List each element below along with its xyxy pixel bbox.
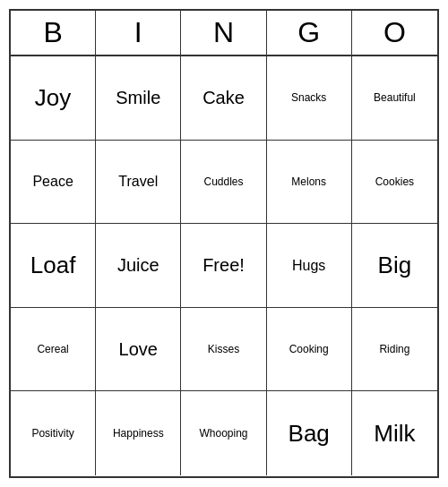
bingo-cell: Juice xyxy=(96,224,181,308)
header-cell-B: B xyxy=(11,11,96,55)
bingo-cell: Cooking xyxy=(267,308,352,392)
bingo-cell: Love xyxy=(96,308,181,392)
bingo-cell: Happiness xyxy=(96,391,181,475)
cell-text: Peace xyxy=(32,173,73,190)
cell-text: Travel xyxy=(118,173,158,190)
header-cell-N: N xyxy=(181,11,266,55)
cell-text: Bag xyxy=(289,420,330,448)
bingo-cell: Peace xyxy=(11,141,96,225)
cell-text: Snacks xyxy=(291,91,326,104)
bingo-cell: Cake xyxy=(181,56,266,141)
bingo-cell: Travel xyxy=(96,141,181,225)
bingo-grid: JoySmileCakeSnacksBeautifulPeaceTravelCu… xyxy=(11,56,437,475)
bingo-cell: Cookies xyxy=(352,141,437,225)
cell-text: Whooping xyxy=(199,427,247,440)
cell-text: Big xyxy=(378,252,412,279)
cell-text: Kisses xyxy=(208,343,239,355)
cell-text: Hugs xyxy=(292,257,325,274)
cell-text: Cookies xyxy=(375,175,414,188)
cell-text: Riding xyxy=(379,343,409,355)
cell-text: Melons xyxy=(291,175,326,188)
cell-text: Cooking xyxy=(289,343,329,355)
cell-text: Juice xyxy=(117,254,159,276)
cell-text: Free! xyxy=(202,254,245,276)
cell-text: Joy xyxy=(35,84,71,112)
bingo-cell: Loaf xyxy=(11,224,96,308)
cell-text: Love xyxy=(119,338,158,360)
bingo-cell: Joy xyxy=(11,56,96,141)
bingo-cell: Cuddles xyxy=(181,141,266,225)
cell-text: Beautiful xyxy=(374,91,416,104)
header-cell-O: O xyxy=(352,11,437,55)
bingo-cell: Smile xyxy=(96,56,181,141)
cell-text: Cake xyxy=(202,87,245,108)
bingo-cell: Cereal xyxy=(11,308,96,392)
bingo-cell: Free! xyxy=(181,224,266,308)
bingo-cell: Snacks xyxy=(267,56,352,141)
bingo-card: BINGO JoySmileCakeSnacksBeautifulPeaceTr… xyxy=(9,9,439,478)
cell-text: Milk xyxy=(374,420,415,448)
header-cell-I: I xyxy=(96,11,181,55)
cell-text: Cereal xyxy=(37,343,68,355)
header-cell-G: G xyxy=(267,11,352,55)
bingo-cell: Big xyxy=(352,224,437,308)
cell-text: Smile xyxy=(116,87,160,108)
bingo-cell: Milk xyxy=(352,391,437,475)
bingo-cell: Positivity xyxy=(11,391,96,475)
bingo-cell: Kisses xyxy=(181,308,266,392)
bingo-cell: Melons xyxy=(267,141,352,225)
cell-text: Loaf xyxy=(30,252,76,279)
cell-text: Positivity xyxy=(31,427,73,440)
bingo-cell: Riding xyxy=(352,308,437,392)
bingo-cell: Beautiful xyxy=(352,56,437,141)
bingo-cell: Hugs xyxy=(267,224,352,308)
bingo-header: BINGO xyxy=(11,11,437,56)
bingo-cell: Bag xyxy=(267,391,352,475)
bingo-cell: Whooping xyxy=(181,391,266,475)
cell-text: Cuddles xyxy=(203,175,243,188)
cell-text: Happiness xyxy=(113,427,164,440)
